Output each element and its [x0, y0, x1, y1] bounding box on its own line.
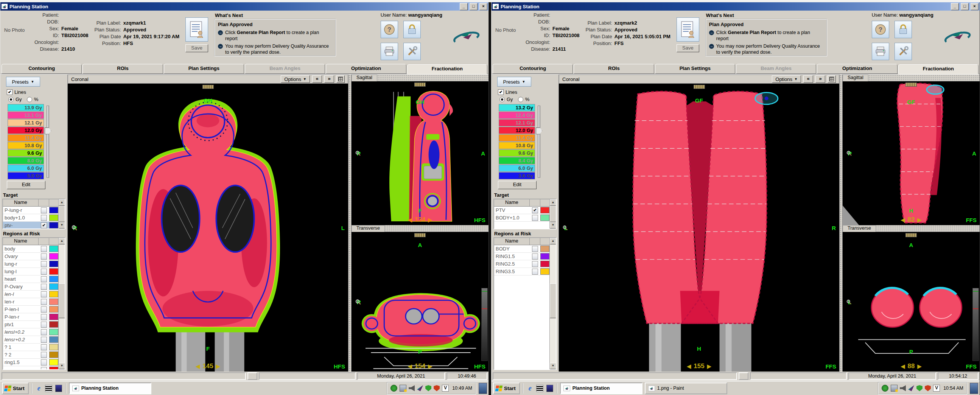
tab[interactable]: Plan Settings — [164, 64, 244, 74]
region-row[interactable]: ? 2 — [3, 351, 58, 359]
roi-color-swatch[interactable] — [49, 261, 58, 267]
next-view-button[interactable]: » — [815, 75, 825, 83]
save-button[interactable]: Save — [185, 44, 208, 52]
visibility-checkbox[interactable] — [41, 360, 47, 365]
region-row[interactable]: ring1.5 — [3, 359, 58, 366]
dose-level-swatch[interactable]: 11.4 Gy — [8, 134, 44, 142]
tray-volume-icon[interactable] — [409, 385, 415, 391]
coronal-canvas[interactable]: GF L R H ◀ 155 ▶ FFS — [559, 84, 839, 371]
scroll-thumb[interactable] — [59, 206, 65, 222]
tab[interactable]: Beam Angles — [736, 64, 816, 74]
next-slice-button[interactable]: ▶ — [216, 363, 220, 369]
tab[interactable]: Contouring — [493, 64, 573, 74]
roi-color-swatch[interactable] — [49, 215, 58, 221]
roi-color-swatch[interactable] — [49, 366, 58, 370]
maximize-button[interactable]: □ — [961, 3, 969, 10]
scroll-thumb[interactable] — [59, 284, 65, 318]
dose-level-swatch[interactable]: 8.0 Gy — [8, 157, 44, 164]
visibility-checkbox[interactable]: ✔ — [532, 207, 538, 213]
tray-app-icon[interactable] — [908, 385, 914, 391]
dose-level-slider[interactable] — [44, 104, 51, 179]
region-row[interactable]: body — [3, 245, 58, 253]
percent-radio[interactable] — [518, 97, 523, 102]
prev-view-button[interactable]: « — [803, 75, 813, 83]
dose-level-swatch[interactable]: 3.6 Gy — [499, 172, 535, 179]
roi-color-swatch[interactable] — [49, 344, 58, 350]
maximize-button[interactable]: □ — [469, 3, 477, 10]
quicklaunch-app-icon[interactable] — [55, 384, 62, 392]
roi-color-swatch[interactable] — [540, 207, 549, 213]
scroll-down-arrow[interactable]: ▼ — [550, 222, 556, 229]
tab[interactable]: Fractionation — [898, 64, 978, 74]
generate-report-button[interactable] — [185, 18, 208, 41]
roi-color-swatch[interactable] — [540, 268, 549, 275]
prev-view-button[interactable]: « — [312, 75, 322, 83]
rar-scrollbar[interactable]: ▲ ▼ — [549, 238, 556, 369]
visibility-checkbox[interactable] — [41, 306, 47, 312]
next-slice-button[interactable]: ▶ — [917, 363, 921, 369]
visibility-checkbox[interactable] — [532, 253, 538, 260]
prev-slice-button[interactable]: ◀ — [901, 217, 905, 223]
dose-level-swatch[interactable]: 12.4 Gy — [499, 111, 535, 119]
start-button[interactable]: Start — [493, 382, 520, 394]
dose-level-swatch[interactable]: 9.6 Gy — [8, 150, 44, 157]
visibility-checkbox[interactable] — [41, 352, 47, 358]
visibility-checkbox[interactable] — [532, 215, 538, 221]
next-slice-button[interactable]: ▶ — [707, 363, 711, 369]
sagittal-canvas[interactable]: GF P A H ◀ 82 ▶ FFS — [843, 81, 980, 225]
roi-color-swatch[interactable] — [49, 298, 58, 305]
transverse-canvas[interactable]: A L R P ◀ 88 ▶ FFS — [843, 232, 980, 371]
tab[interactable]: ROIs — [574, 64, 654, 74]
save-button[interactable]: Save — [676, 44, 699, 52]
visibility-checkbox[interactable]: ✔ — [41, 223, 47, 229]
roi-color-swatch[interactable] — [49, 276, 58, 282]
presets-button[interactable]: Presets▼ — [6, 77, 40, 87]
rar-scrollbar[interactable]: ▲ ▼ — [58, 238, 65, 369]
region-row[interactable]: RING1.5 — [494, 253, 549, 260]
quicklaunch-app-icon[interactable] — [546, 384, 554, 392]
dose-level-swatch[interactable]: 13.1 Gy — [8, 111, 44, 119]
edit-dose-scale-button[interactable]: Edit — [7, 181, 45, 189]
panel-splitter[interactable] — [876, 225, 980, 232]
roi-color-swatch[interactable] — [49, 306, 58, 312]
region-row[interactable]: Ovary — [3, 253, 58, 260]
tab[interactable]: Fractionation — [407, 64, 487, 74]
tab[interactable]: Plan Settings — [655, 64, 735, 74]
minimize-button[interactable]: _ — [460, 3, 468, 10]
tray-sdp-icon[interactable] — [390, 385, 397, 392]
dose-level-swatch[interactable]: 11.4 Gy — [499, 134, 535, 142]
scroll-up-arrow[interactable]: ▲ — [59, 199, 65, 206]
region-row[interactable]: heart — [3, 276, 58, 283]
lines-checkbox[interactable]: ✔ — [498, 89, 504, 95]
target-row[interactable]: PTV ✔ — [494, 207, 549, 214]
quicklaunch-vnc-icon[interactable] — [45, 384, 52, 392]
generate-report-button[interactable] — [676, 18, 699, 41]
visibility-checkbox[interactable] — [532, 269, 538, 275]
region-row[interactable] — [3, 366, 58, 370]
percent-radio[interactable] — [27, 97, 32, 102]
next-slice-button[interactable]: ▶ — [428, 363, 432, 369]
tab[interactable]: Optimization — [817, 64, 897, 74]
visibility-checkbox[interactable] — [41, 291, 47, 297]
roi-color-swatch[interactable] — [540, 261, 549, 267]
taskbar-task-button[interactable]: Planning Station — [560, 382, 643, 394]
minimize-button[interactable]: _ — [951, 3, 959, 10]
help-button[interactable]: ? — [381, 21, 398, 38]
visibility-checkbox[interactable] — [41, 299, 47, 305]
tray-sdp-icon[interactable] — [881, 385, 888, 392]
visibility-checkbox[interactable] — [41, 284, 47, 290]
tab[interactable]: Optimization — [326, 64, 406, 74]
target-row[interactable]: body+1.0 — [3, 214, 58, 222]
roi-color-swatch[interactable] — [49, 352, 58, 358]
prev-slice-button[interactable]: ◀ — [408, 217, 412, 223]
dose-level-slider[interactable] — [535, 104, 542, 179]
scroll-up-arrow[interactable]: ▲ — [550, 238, 556, 244]
region-row[interactable]: ? 1 — [3, 344, 58, 351]
prev-slice-button[interactable]: ◀ — [196, 363, 200, 369]
layout-button[interactable] — [827, 75, 836, 83]
close-button[interactable]: × — [970, 3, 978, 10]
visibility-checkbox[interactable] — [532, 246, 538, 252]
dose-level-swatch[interactable]: 8.4 Gy — [499, 157, 535, 164]
roi-color-swatch[interactable] — [49, 207, 58, 213]
region-row[interactable]: len-r — [3, 298, 58, 306]
